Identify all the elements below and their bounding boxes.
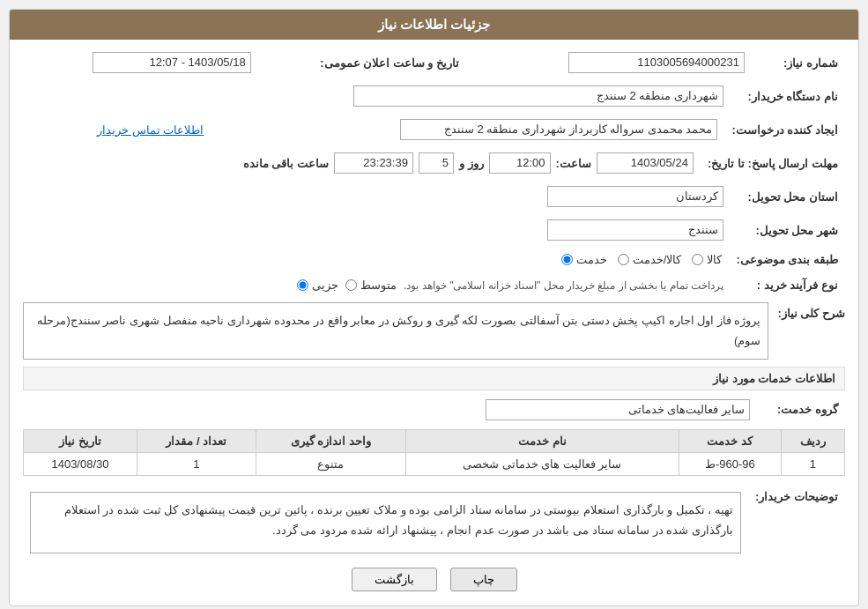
cell-qty: 1	[137, 452, 256, 475]
service-group-label: گروه خدمت:	[757, 396, 845, 424]
radio-partial-label: جزیی	[312, 279, 338, 292]
radio-medium[interactable]: متوسط	[345, 279, 397, 292]
col-qty: تعداد / مقدار	[137, 429, 256, 452]
col-name: نام خدمت	[405, 429, 679, 452]
col-code: کد خدمت	[679, 429, 781, 452]
time-value: 12:00	[489, 152, 551, 174]
need-number-value: 1103005694000231	[568, 52, 745, 73]
cell-code: 960-96-ط	[679, 452, 781, 475]
print-button[interactable]: چاپ	[450, 568, 517, 591]
buyer-notes-value: تهیه ، تکمیل و بارگذاری استعلام بیوستی د…	[30, 492, 741, 553]
buyer-notes-label: توضیحات خریدار:	[748, 483, 845, 557]
creator-value: محمد محمدی سرواله کاربرداز شهرداری منطقه…	[400, 119, 717, 140]
items-table: ردیف کد خدمت نام خدمت واحد اندازه گیری ت…	[23, 429, 845, 476]
purchase-type-label: نوع فرآیند خرید :	[731, 275, 845, 295]
remaining-label: ساعت باقی مانده	[243, 157, 329, 170]
city-label: شهر محل تحویل:	[731, 216, 845, 244]
deadline-date-value: 1403/05/24	[597, 152, 694, 174]
radio-partial[interactable]: جزیی	[297, 279, 338, 292]
province-label: استان محل تحویل:	[731, 182, 845, 211]
announce-label: تاریخ و ساعت اعلان عمومی:	[258, 48, 466, 77]
need-number-label: شماره نیاز:	[752, 48, 845, 77]
send-deadline-label: مهلت ارسال پاسخ: تا تاریخ:	[701, 149, 845, 177]
announce-value: 1403/05/18 - 12:07	[93, 52, 251, 73]
table-row: 1 960-96-ط سایر فعالیت های خدماتی شخصی م…	[24, 452, 845, 475]
days-value: 5	[419, 152, 454, 174]
need-desc-label: شرح کلی نیاز:	[777, 302, 845, 320]
radio-service-label: خدمت	[576, 253, 607, 266]
contact-link[interactable]: اطلاعات تماس خریدار	[97, 123, 204, 137]
page-title: جزئیات اطلاعات نیاز	[10, 10, 858, 40]
radio-service-input[interactable]	[561, 254, 573, 265]
buyer-org-label: نام دستگاه خریدار:	[731, 82, 845, 110]
city-value: سنندج	[547, 219, 723, 241]
remaining-value: 23:23:39	[334, 152, 413, 174]
radio-service[interactable]: خدمت	[561, 253, 607, 266]
days-label: روز و	[459, 157, 484, 170]
radio-medium-label: متوسط	[360, 279, 397, 292]
province-value: کردستان	[547, 186, 723, 207]
buyer-org-value: شهرداری منطقه 2 سنندج	[353, 85, 723, 107]
category-label: طبقه بندی موضوعی:	[729, 249, 845, 270]
time-label: ساعت:	[556, 157, 591, 170]
services-info-title: اطلاعات خدمات مورد نیاز	[23, 367, 845, 390]
purchase-note: پرداخت تمام یا بخشی از مبلغ خریدار محل "…	[404, 279, 723, 292]
radio-goods-input[interactable]	[692, 254, 703, 265]
cell-name: سایر فعالیت های خدماتی شخصی	[405, 452, 679, 475]
cell-row: 1	[781, 452, 844, 475]
back-button[interactable]: بازگشت	[352, 568, 437, 591]
service-group-value: سایر فعالیت‌های خدماتی	[486, 399, 750, 420]
radio-goods[interactable]: کالا	[692, 253, 722, 266]
radio-goods-service-input[interactable]	[618, 254, 629, 265]
col-unit: واحد اندازه گیری	[256, 429, 405, 452]
radio-medium-input[interactable]	[345, 279, 357, 291]
need-desc-value: پروژه فاز اول اجاره اکیپ پخش دستی بتن آس…	[23, 302, 768, 360]
radio-goods-service[interactable]: کالا/خدمت	[618, 253, 682, 266]
radio-partial-input[interactable]	[297, 279, 308, 291]
cell-unit: متنوع	[256, 452, 405, 475]
action-buttons: چاپ بازگشت	[23, 568, 845, 591]
radio-goods-service-label: کالا/خدمت	[633, 253, 682, 266]
radio-goods-label: کالا	[707, 253, 722, 266]
cell-date: 1403/08/30	[24, 452, 137, 475]
col-date: تاریخ نیاز	[24, 429, 137, 452]
col-row: ردیف	[781, 429, 844, 452]
creator-label: ایجاد کننده درخواست:	[724, 115, 845, 144]
